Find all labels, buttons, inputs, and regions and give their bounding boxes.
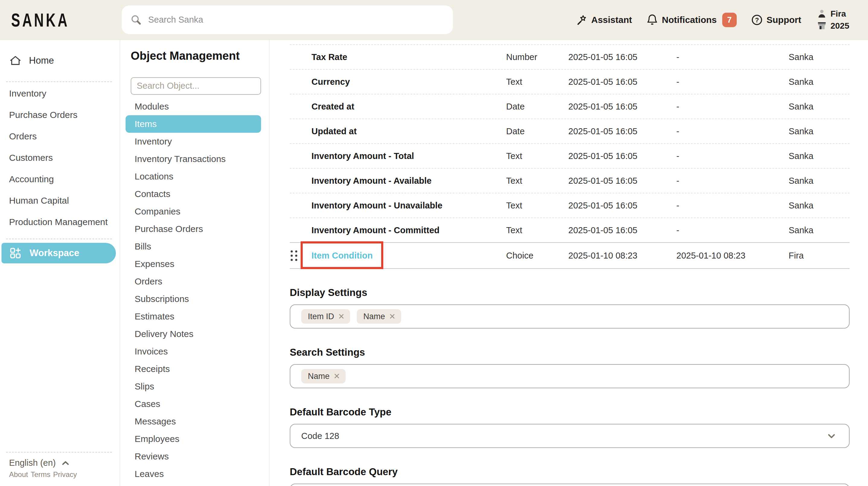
footer-link-about[interactable]: About [9, 470, 28, 479]
sidebar-divider [6, 452, 112, 453]
user-name: Fira [831, 9, 846, 19]
object-item-inventory-transactions[interactable]: Inventory Transactions [126, 150, 261, 168]
footer-link-privacy[interactable]: Privacy [53, 470, 77, 479]
field-created_by: Sanka [788, 151, 849, 161]
field-created: 2025-01-05 16:05 [568, 225, 676, 235]
search-settings-box[interactable]: Name✕ [290, 364, 849, 388]
object-item-leaves[interactable]: Leaves [126, 465, 261, 483]
table-row[interactable]: Updated atDate2025-01-05 16:05-Sanka [290, 119, 849, 144]
field-updated: - [676, 102, 788, 111]
object-item-contacts[interactable]: Contacts [126, 185, 261, 203]
table-row[interactable]: Created atDate2025-01-05 16:05-Sanka [290, 94, 849, 119]
tag-label: Item ID [308, 312, 334, 321]
global-search[interactable] [122, 5, 453, 34]
table-row[interactable]: Inventory Amount - CommittedText2025-01-… [290, 218, 849, 242]
object-item-items-selected[interactable]: Items [126, 115, 261, 133]
field-name: Created at [311, 102, 506, 111]
tag-label: Name [308, 372, 330, 381]
field-type: Text [506, 151, 568, 161]
table-row[interactable]: CurrencyText2025-01-05 16:05-Sanka [290, 70, 849, 94]
tag-name[interactable]: Name✕ [357, 309, 401, 324]
sidebar-item-inventory[interactable]: Inventory [0, 83, 120, 104]
field-updated: - [676, 225, 788, 235]
object-item-orders[interactable]: Orders [126, 273, 261, 290]
main-sidebar: Home InventoryPurchase OrdersOrdersCusto… [0, 40, 120, 486]
language-selector[interactable]: English (en) [9, 458, 120, 468]
drag-handle-icon[interactable] [291, 250, 297, 261]
brand-logo[interactable]: SANKA [11, 9, 69, 31]
remove-tag-icon[interactable]: ✕ [338, 313, 345, 320]
object-item-locations[interactable]: Locations [126, 168, 261, 185]
sidebar-item-customers[interactable]: Customers [0, 147, 120, 168]
object-item-slips[interactable]: Slips [126, 378, 261, 395]
table-row[interactable]: Inventory Amount - AvailableText2025-01-… [290, 169, 849, 193]
sidebar-item-home[interactable]: Home [9, 54, 120, 67]
barcode-query-title: Default Barcode Query [290, 465, 849, 479]
tag-item-id[interactable]: Item ID✕ [301, 309, 350, 324]
object-search-input[interactable] [131, 77, 261, 95]
table-row[interactable]: Item ConditionChoice2025-01-10 08:232025… [290, 242, 849, 269]
object-item-estimates[interactable]: Estimates [126, 308, 261, 325]
sidebar-item-purchase-orders[interactable]: Purchase Orders [0, 104, 120, 126]
field-updated: 2025-01-10 08:23 [676, 251, 788, 261]
notifications-button[interactable]: Notifications 7 [646, 13, 737, 27]
tag-name[interactable]: Name✕ [301, 369, 346, 383]
field-name: Inventory Amount - Unavailable [311, 201, 506, 210]
object-item-employees[interactable]: Employees [126, 430, 261, 448]
object-item-delivery-notes[interactable]: Delivery Notes [126, 325, 261, 343]
user-menu[interactable]: Fira 2025 [817, 9, 849, 31]
object-item-invoices[interactable]: Invoices [126, 343, 261, 360]
display-settings-box[interactable]: Item ID✕Name✕ [290, 304, 849, 328]
search-icon [130, 14, 142, 26]
field-created_by: Sanka [788, 126, 849, 136]
table-row[interactable]: Tax RateNumber2025-01-05 16:05-Sanka [290, 45, 849, 70]
sidebar-item-accounting[interactable]: Accounting [0, 168, 120, 190]
field-table: Tax RateNumber2025-01-05 16:05-SankaCurr… [290, 44, 849, 269]
search-input[interactable] [148, 14, 444, 25]
field-updated: - [676, 52, 788, 62]
object-item-messages[interactable]: Messages [126, 413, 261, 430]
footer-link-terms[interactable]: Terms [31, 470, 51, 479]
object-item-companies[interactable]: Companies [126, 203, 261, 220]
field-name: Item Condition [311, 251, 506, 261]
sidebar-item-human-capital[interactable]: Human Capital [0, 190, 120, 211]
bell-icon [646, 14, 658, 26]
app-root: SANKA Assistant [0, 0, 868, 486]
support-label: Support [767, 15, 801, 25]
object-item-purchase-orders[interactable]: Purchase Orders [126, 220, 261, 238]
object-item-bills[interactable]: Bills [126, 238, 261, 255]
table-row[interactable]: Inventory Amount - UnavailableText2025-0… [290, 193, 849, 218]
barcode-type-select[interactable]: Code 128 [290, 424, 849, 448]
remove-tag-icon[interactable]: ✕ [334, 372, 340, 380]
remove-tag-icon[interactable]: ✕ [389, 313, 396, 320]
sidebar-divider [6, 239, 112, 239]
field-updated: - [676, 126, 788, 136]
field-type: Choice [506, 251, 568, 261]
help-icon: ? [751, 14, 763, 26]
assistant-button[interactable]: Assistant [576, 14, 632, 26]
chevron-down-icon [826, 430, 837, 441]
field-created: 2025-01-05 16:05 [568, 102, 676, 111]
object-item-subscriptions[interactable]: Subscriptions [126, 290, 261, 308]
field-name: Currency [311, 77, 506, 87]
object-item-inventory[interactable]: Inventory [126, 133, 261, 150]
top-bar: SANKA Assistant [0, 0, 868, 40]
field-created: 2025-01-05 16:05 [568, 52, 676, 62]
support-button[interactable]: ? Support [751, 14, 801, 26]
barcode-query-select[interactable]: Item ID [290, 484, 849, 486]
sidebar-item-orders[interactable]: Orders [0, 126, 120, 147]
workspace-button[interactable]: Workspace [1, 243, 116, 263]
object-item-cases[interactable]: Cases [126, 395, 261, 413]
object-item-accounting-transactions[interactable]: Accounting Transactions [126, 483, 261, 486]
object-item-expenses[interactable]: Expenses [126, 255, 261, 273]
object-item-receipts[interactable]: Receipts [126, 360, 261, 378]
table-row[interactable]: Inventory Amount - TotalText2025-01-05 1… [290, 144, 849, 169]
user-avatar-icon [817, 9, 827, 19]
field-type: Text [506, 176, 568, 186]
chevron-up-icon [61, 458, 70, 468]
object-item-reviews[interactable]: Reviews [126, 448, 261, 465]
workspace-year: 2025 [831, 21, 849, 31]
field-created_by: Sanka [788, 225, 849, 235]
object-item-modules[interactable]: Modules [126, 98, 261, 115]
sidebar-item-production-management[interactable]: Production Management [0, 211, 120, 233]
